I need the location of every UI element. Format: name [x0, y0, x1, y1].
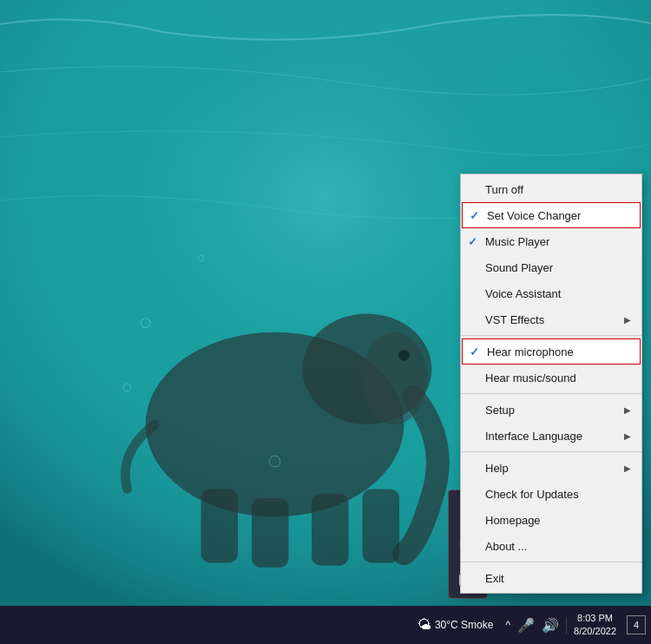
- menu-checkmark-set-voice-changer: ✓: [470, 209, 487, 222]
- menu-separator: [461, 451, 641, 452]
- menu-item-set-voice-changer[interactable]: ✓Set Voice Changer: [462, 202, 641, 228]
- menu-label-music-player: Music Player: [485, 235, 631, 248]
- menu-arrow-interface-language: ▶: [624, 431, 631, 441]
- menu-item-turn-off[interactable]: Turn off: [461, 176, 641, 202]
- menu-item-voice-assistant[interactable]: Voice Assistant: [461, 280, 641, 306]
- menu-checkmark-hear-microphone: ✓: [470, 345, 487, 358]
- menu-label-hear-music-sound: Hear music/sound: [485, 371, 631, 384]
- menu-label-sound-player: Sound Player: [485, 261, 631, 274]
- menu-label-help: Help: [485, 462, 624, 475]
- menu-label-setup: Setup: [485, 404, 624, 417]
- svg-rect-5: [201, 489, 238, 562]
- menu-label-interface-language: Interface Language: [485, 430, 624, 443]
- menu-item-sound-player[interactable]: Sound Player: [461, 254, 641, 280]
- clock-date: 8/20/2022: [574, 625, 616, 638]
- menu-item-hear-music-sound[interactable]: Hear music/sound: [461, 365, 641, 391]
- menu-label-hear-microphone: Hear microphone: [487, 345, 629, 358]
- taskbar: 🌤 30°C Smoke ^ 🎤 🔊 8:03 PM 8/20/2022 4: [0, 606, 651, 644]
- menu-arrow-vst-effects: ▶: [624, 315, 631, 325]
- menu-label-turn-off: Turn off: [485, 183, 631, 196]
- context-menu: Turn off✓Set Voice Changer✓Music PlayerS…: [460, 174, 642, 594]
- svg-point-9: [363, 332, 427, 424]
- menu-arrow-help: ▶: [624, 463, 631, 473]
- weather-widget: 🌤 30°C Smoke: [418, 617, 494, 633]
- svg-rect-6: [252, 498, 289, 568]
- menu-item-exit[interactable]: Exit: [461, 565, 641, 591]
- menu-item-music-player[interactable]: ✓Music Player: [461, 228, 641, 254]
- weather-icon: 🌤: [418, 617, 431, 633]
- menu-item-help[interactable]: Help▶: [461, 455, 641, 481]
- taskbar-right: 🌤 30°C Smoke ^ 🎤 🔊 8:03 PM 8/20/2022 4: [418, 612, 651, 639]
- menu-item-about[interactable]: About ...: [461, 533, 641, 559]
- notification-badge[interactable]: 4: [627, 615, 646, 634]
- svg-rect-7: [312, 494, 349, 566]
- menu-item-check-for-updates[interactable]: Check for Updates: [461, 481, 641, 507]
- svg-point-10: [398, 350, 410, 361]
- menu-label-about: About ...: [485, 540, 631, 553]
- menu-label-check-for-updates: Check for Updates: [485, 488, 631, 501]
- caret-up-icon[interactable]: ^: [505, 619, 510, 631]
- menu-checkmark-music-player: ✓: [468, 235, 485, 248]
- menu-item-homepage[interactable]: Homepage: [461, 507, 641, 533]
- system-tray-icons: ^ 🎤 🔊: [505, 617, 567, 634]
- menu-separator: [461, 335, 641, 336]
- clock-time: 8:03 PM: [577, 612, 613, 625]
- menu-item-setup[interactable]: Setup▶: [461, 397, 641, 423]
- microphone-tray-icon[interactable]: 🎤: [517, 617, 535, 634]
- menu-label-set-voice-changer: Set Voice Changer: [487, 209, 629, 222]
- menu-label-homepage: Homepage: [485, 514, 631, 527]
- menu-item-vst-effects[interactable]: VST Effects▶: [461, 306, 641, 332]
- menu-item-hear-microphone[interactable]: ✓Hear microphone: [462, 338, 641, 365]
- menu-arrow-setup: ▶: [624, 405, 631, 415]
- menu-separator: [461, 393, 641, 394]
- clock-widget: 8:03 PM 8/20/2022: [574, 612, 616, 639]
- svg-rect-8: [363, 489, 400, 562]
- menu-label-exit: Exit: [485, 572, 631, 585]
- menu-label-vst-effects: VST Effects: [485, 313, 624, 326]
- speaker-tray-icon[interactable]: 🔊: [542, 617, 559, 634]
- menu-label-voice-assistant: Voice Assistant: [485, 287, 631, 300]
- menu-item-interface-language[interactable]: Interface Language▶: [461, 423, 641, 449]
- menu-separator: [461, 562, 641, 562]
- weather-text: 30°C Smoke: [435, 619, 494, 631]
